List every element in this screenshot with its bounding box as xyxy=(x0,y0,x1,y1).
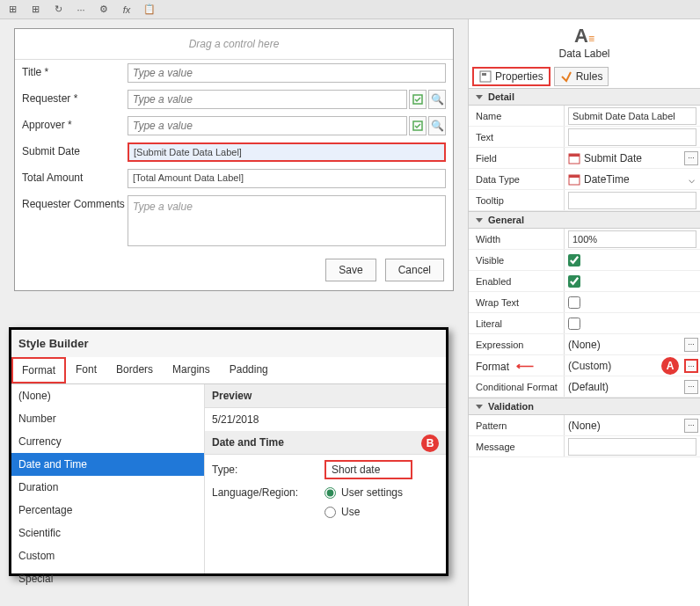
badge-b: B xyxy=(421,434,439,452)
cat-number[interactable]: Number xyxy=(11,407,204,430)
save-button[interactable]: Save xyxy=(325,259,376,281)
field-value[interactable]: Submit Date xyxy=(584,152,642,164)
total-amount-data-label[interactable]: [Total Amount Data Label] xyxy=(128,169,446,188)
tb-grid2[interactable]: ⊞ xyxy=(28,3,42,17)
field-picker[interactable]: ··· xyxy=(684,151,698,165)
datatype-label: Data Type xyxy=(469,174,564,185)
cat-custom[interactable]: Custom xyxy=(11,544,204,567)
pattern-label: Pattern xyxy=(469,420,564,431)
cat-date-time[interactable]: Date and Time xyxy=(11,453,204,476)
width-label: Width xyxy=(469,234,564,245)
tab-font[interactable]: Font xyxy=(66,357,106,383)
title-input[interactable] xyxy=(128,63,446,83)
form-canvas: Drag a control here Title * Requester * … xyxy=(0,19,468,606)
format-picker[interactable]: ··· xyxy=(684,359,698,373)
cat-percentage[interactable]: Percentage xyxy=(11,499,204,522)
cformat-picker[interactable]: ··· xyxy=(684,380,698,394)
expression-picker[interactable]: ··· xyxy=(684,338,698,352)
pattern-picker[interactable]: ··· xyxy=(684,419,698,433)
tooltip-label: Tooltip xyxy=(469,195,564,206)
total-amount-label: Total Amount xyxy=(22,169,128,184)
properties-icon xyxy=(479,70,492,83)
pane-title: Data Label xyxy=(469,47,700,60)
requester-input[interactable] xyxy=(128,90,407,109)
cformat-value[interactable]: (Default) xyxy=(568,381,609,393)
title-label: Title * xyxy=(22,63,128,78)
tb-grid1[interactable]: ⊞ xyxy=(5,3,19,17)
visible-label: Visible xyxy=(469,255,564,266)
designer-toolbar: ⊞ ⊞ ↻ ··· ⚙ fx 📋 xyxy=(0,0,700,19)
cat-special[interactable]: Special xyxy=(11,567,204,590)
type-select[interactable]: Short date xyxy=(324,460,412,479)
opt-use[interactable]: Use xyxy=(324,506,360,518)
text-input[interactable] xyxy=(568,128,696,146)
expression-label: Expression xyxy=(469,340,564,350)
rules-icon xyxy=(560,70,572,83)
preview-header: Preview xyxy=(205,384,446,408)
tb-refresh[interactable]: ↻ xyxy=(51,3,65,17)
format-label: Format ⟵ xyxy=(469,359,564,373)
requester-label: Requester * xyxy=(22,90,128,105)
type-label: Type: xyxy=(212,464,317,476)
cat-none[interactable]: (None) xyxy=(11,384,204,407)
comments-label: Requester Comments xyxy=(22,195,128,210)
approver-search-icon[interactable]: 🔍 xyxy=(428,116,446,135)
tab-rules[interactable]: Rules xyxy=(554,67,609,86)
cat-duration[interactable]: Duration xyxy=(11,476,204,499)
lang-label: Language/Region: xyxy=(212,486,317,499)
name-input[interactable] xyxy=(568,107,696,125)
requester-picker-icon[interactable] xyxy=(409,90,427,109)
drop-zone[interactable]: Drag a control here xyxy=(15,29,453,60)
tab-margins[interactable]: Margins xyxy=(163,357,220,383)
datatype-dropdown[interactable]: ⌵ xyxy=(684,173,698,186)
tooltip-input[interactable] xyxy=(568,192,696,209)
badge-a: A xyxy=(661,357,679,375)
svg-rect-3 xyxy=(482,73,486,76)
section-general[interactable]: General xyxy=(469,212,700,229)
enabled-label: Enabled xyxy=(469,276,564,287)
properties-pane: A≡ Data Label Properties Rules Detail Na… xyxy=(468,19,700,606)
tb-fx[interactable]: fx xyxy=(120,3,134,17)
tab-padding[interactable]: Padding xyxy=(220,357,278,383)
cformat-label: Conditional Format xyxy=(469,382,564,392)
opt-user-settings[interactable]: User settings xyxy=(324,486,403,499)
calendar-icon xyxy=(568,152,580,164)
cancel-button[interactable]: Cancel xyxy=(385,259,444,281)
wrap-check[interactable] xyxy=(568,296,580,309)
tab-properties[interactable]: Properties xyxy=(472,67,551,86)
tb-more[interactable]: ··· xyxy=(74,3,88,17)
form: Drag a control here Title * Requester * … xyxy=(14,28,454,291)
field-label: Field xyxy=(469,153,564,164)
tab-borders[interactable]: Borders xyxy=(106,357,163,383)
preview-value: 5/21/2018 xyxy=(205,408,446,431)
tb-gear[interactable]: ⚙ xyxy=(97,3,111,17)
comments-input[interactable]: Type a value xyxy=(128,195,446,246)
approver-picker-icon[interactable] xyxy=(409,116,427,135)
section-validation[interactable]: Validation xyxy=(469,398,700,415)
requester-search-icon[interactable]: 🔍 xyxy=(428,90,446,109)
approver-input[interactable] xyxy=(128,116,407,135)
expression-value[interactable]: (None) xyxy=(568,339,601,351)
section-detail[interactable]: Detail xyxy=(469,89,700,106)
dialog-tabs: Format Font Borders Margins Padding xyxy=(11,357,446,384)
pattern-value[interactable]: (None) xyxy=(568,420,601,432)
format-category-list: (None) Number Currency Date and Time Dur… xyxy=(11,384,205,573)
tab-format[interactable]: Format xyxy=(11,357,66,383)
data-label-icon: A≡ xyxy=(469,25,700,47)
width-input[interactable] xyxy=(568,230,696,248)
approver-label: Approver * xyxy=(22,116,128,131)
submit-date-data-label[interactable]: [Submit Date Data Label] xyxy=(128,142,446,162)
svg-rect-2 xyxy=(480,71,491,82)
cat-scientific[interactable]: Scientific xyxy=(11,522,204,544)
tb-clip[interactable]: 📋 xyxy=(142,3,157,17)
message-label: Message xyxy=(469,442,564,452)
visible-check[interactable] xyxy=(568,254,580,266)
dialog-title: Style Builder xyxy=(11,330,446,357)
text-label: Text xyxy=(469,132,564,142)
enabled-check[interactable] xyxy=(568,275,580,288)
message-input[interactable] xyxy=(568,438,696,456)
cat-currency[interactable]: Currency xyxy=(11,430,204,453)
format-value[interactable]: (Custom) xyxy=(568,360,611,372)
literal-check[interactable] xyxy=(568,318,580,330)
datatype-value[interactable]: DateTime xyxy=(584,173,630,186)
